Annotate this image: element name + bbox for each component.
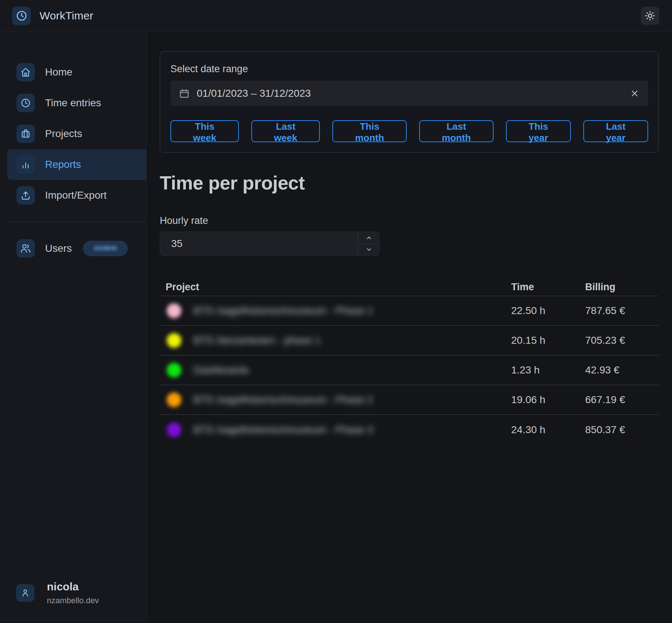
quick-range-buttons: This week Last week This month Last mont… — [170, 120, 648, 142]
sidebar-item-home[interactable]: Home — [7, 57, 146, 88]
page-title: Time per project — [160, 172, 659, 194]
last-year-button[interactable]: Last year — [583, 120, 648, 142]
date-range-card: Select date range 01/01/2023 – 31/12/202… — [160, 51, 659, 153]
profile-username: nicola — [47, 580, 99, 593]
theme-toggle-button[interactable] — [641, 7, 659, 25]
hourly-rate-value: 35 — [160, 232, 358, 255]
sidebar-item-label: Import/Export — [45, 189, 107, 201]
user-icon — [16, 584, 34, 602]
project-name-blurred: BTS /sagelhistorischmuseum - Phase 2 — [193, 394, 373, 406]
top-bar: WorkTimer — [0, 0, 672, 32]
admin-badge-label: ADMIN — [94, 245, 117, 252]
time-value: 22.50 h — [511, 305, 585, 317]
briefcase-icon — [16, 125, 35, 143]
sidebar-item-label: Home — [45, 66, 73, 78]
table-row: BTS /sagelhistorischmuseum - Phase 3 24.… — [160, 415, 659, 445]
this-month-button[interactable]: This month — [332, 120, 407, 142]
billing-value: 42.93 € — [585, 364, 659, 376]
time-per-project-table: Project Time Billing BTS /sagelhistorisc… — [160, 279, 659, 445]
upload-icon — [16, 186, 35, 204]
user-profile: nicola nzambello.dev — [0, 580, 146, 623]
project-color-dot — [167, 363, 181, 377]
hourly-rate-label: Hourly rate — [160, 215, 659, 226]
clock-icon — [16, 94, 35, 112]
project-color-dot — [167, 423, 181, 437]
billing-value: 787.65 € — [585, 305, 659, 317]
project-name-blurred: BTS /sagelhistorischmuseum - Phase 3 — [193, 424, 373, 436]
sidebar-item-users[interactable]: Users ADMIN — [7, 233, 146, 264]
clock-icon — [16, 10, 27, 22]
date-range-input[interactable]: 01/01/2023 – 31/12/2023 — [170, 81, 648, 106]
project-name-blurred: BTS /sagelhistorischmuseum - Phase 1 — [193, 305, 373, 317]
admin-badge: ADMIN — [83, 241, 128, 256]
app-title: WorkTimer — [40, 10, 93, 22]
worktimer-app: WorkTimer Home Time entries — [0, 0, 672, 623]
billing-value: 705.23 € — [585, 335, 659, 346]
x-icon — [630, 89, 639, 98]
table-row: BTS /sagelhistorischmuseum - Phase 1 22.… — [160, 296, 659, 326]
sidebar-divider — [7, 222, 146, 222]
spinner-down-button[interactable] — [358, 244, 379, 256]
sidebar-item-import-export[interactable]: Import/Export — [7, 180, 146, 211]
sidebar-item-reports[interactable]: Reports — [7, 149, 146, 180]
column-header-project: Project — [160, 281, 511, 293]
column-header-time: Time — [511, 281, 585, 293]
project-color-dot — [167, 333, 181, 348]
sidebar-item-projects[interactable]: Projects — [7, 118, 146, 149]
last-week-button[interactable]: Last week — [251, 120, 320, 142]
sun-icon — [645, 11, 655, 21]
project-name-blurred: Dashboards — [193, 364, 249, 376]
sidebar: Home Time entries Projects Reports — [0, 32, 147, 623]
time-value: 20.15 h — [511, 335, 585, 346]
project-color-dot — [167, 303, 181, 318]
sidebar-item-label: Time entries — [45, 97, 101, 109]
sidebar-item-label: Users — [45, 243, 72, 254]
billing-value: 850.37 € — [585, 424, 659, 436]
time-value: 1.23 h — [511, 364, 585, 376]
home-icon — [16, 63, 35, 81]
table-header: Project Time Billing — [160, 279, 659, 296]
chevron-down-icon — [366, 246, 372, 253]
table-row: BTS /sagelhistorischmuseum - Phase 2 19.… — [160, 385, 659, 415]
table-row: Dashboards 1.23 h 42.93 € — [160, 355, 659, 385]
hourly-rate-input[interactable]: 35 — [160, 232, 380, 256]
project-color-dot — [167, 392, 181, 407]
this-year-button[interactable]: This year — [506, 120, 571, 142]
clear-date-button[interactable] — [630, 89, 639, 98]
time-value: 19.06 h — [511, 394, 585, 406]
date-range-label: Select date range — [170, 63, 648, 75]
project-name-blurred: BTS /lanzarlanten - phase 1 — [193, 335, 321, 346]
chevron-up-icon — [366, 235, 372, 241]
calendar-icon — [179, 88, 189, 99]
last-month-button[interactable]: Last month — [419, 120, 494, 142]
sidebar-item-time-entries[interactable]: Time entries — [7, 88, 146, 118]
table-row: BTS /lanzarlanten - phase 1 20.15 h 705.… — [160, 326, 659, 355]
users-icon — [16, 239, 35, 258]
billing-value: 667.19 € — [585, 394, 659, 406]
this-week-button[interactable]: This week — [170, 120, 239, 142]
profile-domain: nzambello.dev — [47, 596, 99, 605]
column-header-billing: Billing — [585, 281, 659, 293]
bar-chart-icon — [16, 155, 35, 174]
table-body: BTS /sagelhistorischmuseum - Phase 1 22.… — [160, 296, 659, 445]
sidebar-item-label: Reports — [45, 159, 81, 170]
time-value: 24.30 h — [511, 424, 585, 436]
sidebar-item-label: Projects — [45, 128, 82, 140]
app-logo — [12, 7, 31, 25]
main-content: Select date range 01/01/2023 – 31/12/202… — [147, 32, 672, 623]
date-range-value: 01/01/2023 – 31/12/2023 — [197, 88, 630, 99]
spinner-up-button[interactable] — [358, 232, 379, 244]
rate-spinner — [358, 232, 379, 255]
